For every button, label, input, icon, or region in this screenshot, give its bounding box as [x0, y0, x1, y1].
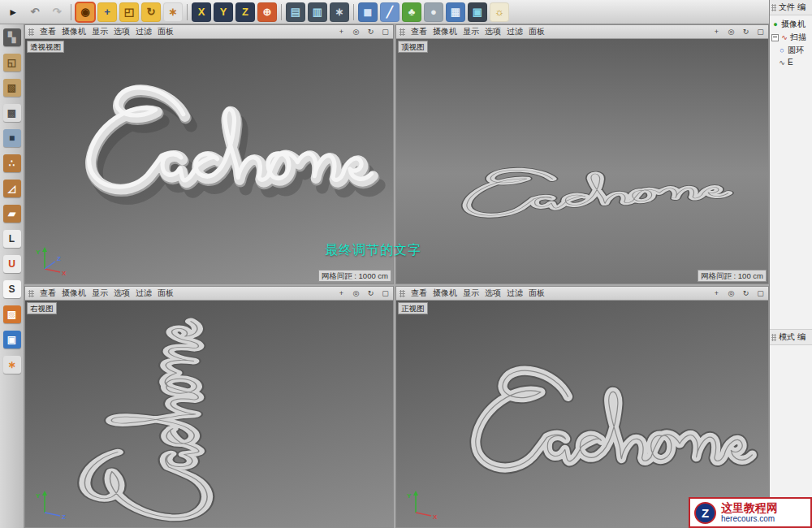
menu-options[interactable]: 选项: [114, 288, 130, 299]
z-axis-lock-icon[interactable]: Z: [235, 2, 255, 22]
snap-magnet-icon[interactable]: U: [3, 255, 21, 273]
menu-options[interactable]: 选项: [485, 26, 501, 37]
coord-system-icon[interactable]: ⊕: [257, 2, 277, 22]
cursor-tool-icon[interactable]: ▸: [3, 2, 23, 22]
menu-filter[interactable]: 过滤: [136, 26, 152, 37]
menu-view[interactable]: 查看: [40, 26, 56, 37]
menu-camera[interactable]: 摄像机: [62, 288, 86, 299]
scale-tool-icon[interactable]: ◰: [119, 2, 139, 22]
tab-mode[interactable]: 模式: [779, 331, 795, 343]
maximize-viewport-icon[interactable]: ▢: [756, 28, 765, 36]
panel-grip-icon[interactable]: [400, 290, 405, 297]
render-picture-viewer-icon[interactable]: ▥: [308, 2, 327, 22]
tab-edit[interactable]: 编: [797, 2, 806, 13]
menu-filter[interactable]: 过滤: [507, 26, 523, 37]
panel-grip-icon[interactable]: [28, 28, 34, 36]
watermark[interactable]: Z 这里教程网 herecours.com: [689, 497, 812, 528]
menu-display[interactable]: 显示: [92, 26, 108, 37]
object-item-circle[interactable]: ○ 圆环: [771, 44, 811, 57]
snap-settings-icon[interactable]: ∗: [3, 356, 21, 374]
menu-camera[interactable]: 摄像机: [433, 288, 457, 299]
menu-panel[interactable]: 面板: [158, 288, 174, 299]
menu-panel[interactable]: 面板: [529, 26, 545, 37]
menu-view[interactable]: 查看: [411, 288, 427, 299]
render-settings-icon[interactable]: ∗: [330, 2, 349, 22]
pan-viewport-icon[interactable]: +: [712, 289, 721, 297]
render-view-icon[interactable]: ▤: [286, 2, 305, 22]
tab-file[interactable]: 文件: [779, 2, 795, 13]
primitive-cube-icon[interactable]: ◼: [358, 2, 378, 22]
object-item-spline-e[interactable]: ∿ E: [771, 57, 811, 67]
menu-filter[interactable]: 过滤: [507, 288, 523, 299]
camera-icon[interactable]: ▣: [468, 2, 487, 22]
pan-viewport-icon[interactable]: +: [712, 28, 721, 36]
panel-grip-icon[interactable]: [771, 334, 776, 341]
menu-display[interactable]: 显示: [463, 26, 479, 37]
viewport-canvas-top[interactable]: 顶视图 网格间距 : 100 cm: [396, 39, 768, 283]
object-item-camera[interactable]: ● 摄像机: [771, 18, 811, 31]
polygons-mode-icon[interactable]: ▰: [3, 205, 21, 223]
menu-display[interactable]: 显示: [463, 288, 479, 299]
menu-filter[interactable]: 过滤: [136, 288, 152, 299]
mograph-icon[interactable]: ♣: [402, 2, 421, 22]
rotate-viewport-icon[interactable]: ↻: [741, 289, 750, 297]
pan-viewport-icon[interactable]: +: [337, 28, 346, 36]
move-tool-icon[interactable]: +: [97, 2, 117, 22]
menu-display[interactable]: 显示: [92, 288, 108, 299]
menu-view[interactable]: 查看: [40, 288, 56, 299]
maximize-viewport-icon[interactable]: ▢: [756, 289, 765, 297]
redo-icon[interactable]: ↷: [47, 2, 67, 22]
undo-icon[interactable]: ↶: [25, 2, 45, 22]
watermark-domain[interactable]: herecours.com: [721, 514, 778, 523]
menu-camera[interactable]: 摄像机: [62, 26, 86, 37]
y-axis-lock-icon[interactable]: Y: [214, 2, 233, 22]
model-mode-icon[interactable]: ▧: [3, 79, 21, 97]
rotate-viewport-icon[interactable]: ↻: [741, 28, 750, 36]
viewport-canvas-right[interactable]: 右视图 Y Z: [25, 301, 393, 527]
zoom-viewport-icon[interactable]: ◎: [727, 289, 736, 297]
zoom-viewport-icon[interactable]: ◎: [352, 289, 361, 297]
points-mode-icon[interactable]: ∴: [3, 154, 21, 172]
object-mode-icon[interactable]: ■: [3, 129, 21, 147]
pan-viewport-icon[interactable]: +: [337, 289, 346, 297]
soft-selection-icon[interactable]: S: [3, 280, 21, 298]
zoom-viewport-icon[interactable]: ◎: [352, 28, 361, 36]
spline-pen-icon[interactable]: ╱: [380, 2, 400, 22]
panel-grip-icon[interactable]: [400, 28, 405, 36]
maximize-viewport-icon[interactable]: ▢: [381, 289, 390, 297]
collapse-expander-icon[interactable]: [771, 34, 779, 41]
viewport-canvas-front[interactable]: 正视图 Y X: [396, 301, 768, 527]
volume-icon[interactable]: ●: [424, 2, 443, 22]
x-axis-lock-icon[interactable]: X: [192, 2, 211, 22]
viewport-front[interactable]: 查看 摄像机 显示 选项 过滤 面板 + ◎ ↻ ▢ 正视图: [395, 286, 769, 528]
live-selection-icon[interactable]: ◉: [76, 2, 95, 22]
panel-grip-icon[interactable]: [771, 4, 776, 11]
texture-mode-icon[interactable]: ▩: [3, 104, 21, 122]
rotate-viewport-icon[interactable]: ↻: [366, 28, 375, 36]
menu-panel[interactable]: 面板: [158, 26, 174, 37]
panel-grip-icon[interactable]: [28, 290, 34, 297]
left-toolbar: ▚ ◱ ▧ ▩ ■ ∴ ◿ ▰ L U S ▨ ▣ ∗: [0, 24, 24, 528]
viewport-top[interactable]: 查看 摄像机 显示 选项 过滤 面板 + ◎ ↻ ▢ 顶视图 网格间距 : 10…: [395, 24, 769, 284]
viewport-right[interactable]: 查看 摄像机 显示 选项 过滤 面板 + ◎ ↻ ▢ 右视图: [24, 286, 394, 528]
fields-icon[interactable]: ▦: [446, 2, 465, 22]
tab-edit[interactable]: 编: [797, 331, 806, 343]
axis-mode-icon[interactable]: L: [3, 230, 21, 248]
menu-options[interactable]: 选项: [485, 288, 501, 299]
menu-options[interactable]: 选项: [114, 26, 130, 37]
object-item-sweep[interactable]: ∿ 扫描: [771, 31, 811, 44]
edges-mode-icon[interactable]: ◿: [3, 180, 21, 197]
make-editable-icon[interactable]: ◱: [3, 54, 21, 71]
rotate-viewport-icon[interactable]: ↻: [366, 289, 375, 297]
last-tool-icon[interactable]: ∗: [163, 2, 183, 22]
menu-view[interactable]: 查看: [411, 26, 427, 37]
workplane-lock-icon[interactable]: ▣: [3, 331, 21, 348]
maximize-viewport-icon[interactable]: ▢: [381, 28, 390, 36]
rotate-tool-icon[interactable]: ↻: [141, 2, 161, 22]
menu-camera[interactable]: 摄像机: [433, 26, 457, 37]
zoom-viewport-icon[interactable]: ◎: [727, 28, 736, 36]
menu-panel[interactable]: 面板: [529, 288, 545, 299]
watermark-title: 这里教程网: [721, 502, 778, 514]
light-icon[interactable]: ☼: [490, 2, 509, 22]
paint-texture-icon[interactable]: ▨: [3, 305, 21, 323]
